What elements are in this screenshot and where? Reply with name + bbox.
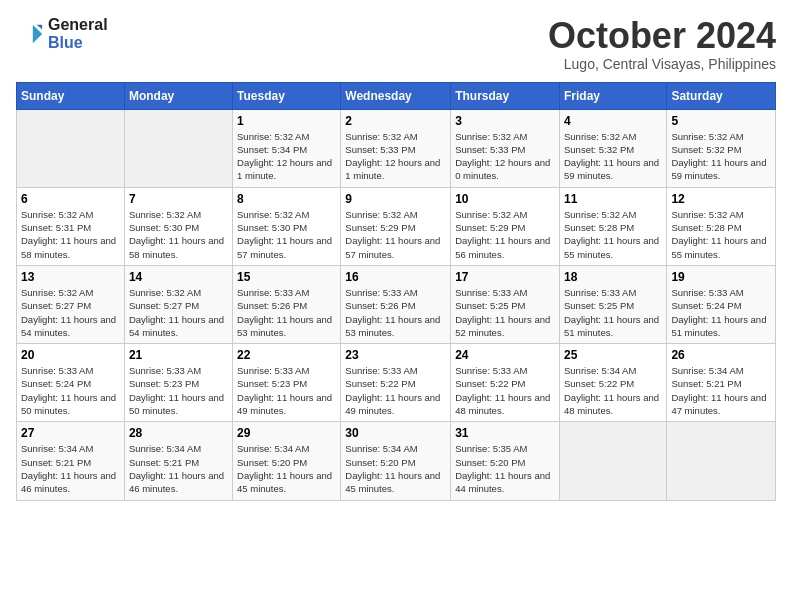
day-info: Sunrise: 5:33 AM Sunset: 5:25 PM Dayligh… — [564, 286, 662, 339]
day-info: Sunrise: 5:32 AM Sunset: 5:27 PM Dayligh… — [21, 286, 120, 339]
day-info: Sunrise: 5:32 AM Sunset: 5:34 PM Dayligh… — [237, 130, 336, 183]
header-cell-monday: Monday — [124, 82, 232, 109]
calendar-cell — [17, 109, 125, 187]
day-number: 18 — [564, 270, 662, 284]
day-info: Sunrise: 5:34 AM Sunset: 5:21 PM Dayligh… — [129, 442, 228, 495]
day-number: 9 — [345, 192, 446, 206]
header-cell-friday: Friday — [559, 82, 666, 109]
calendar-cell: 13Sunrise: 5:32 AM Sunset: 5:27 PM Dayli… — [17, 265, 125, 343]
day-number: 21 — [129, 348, 228, 362]
calendar-week-5: 27Sunrise: 5:34 AM Sunset: 5:21 PM Dayli… — [17, 422, 776, 500]
calendar-cell: 25Sunrise: 5:34 AM Sunset: 5:22 PM Dayli… — [559, 344, 666, 422]
calendar-cell: 18Sunrise: 5:33 AM Sunset: 5:25 PM Dayli… — [559, 265, 666, 343]
day-info: Sunrise: 5:32 AM Sunset: 5:33 PM Dayligh… — [345, 130, 446, 183]
day-number: 14 — [129, 270, 228, 284]
calendar-cell — [667, 422, 776, 500]
header-cell-thursday: Thursday — [451, 82, 560, 109]
calendar-header-row: SundayMondayTuesdayWednesdayThursdayFrid… — [17, 82, 776, 109]
calendar-cell: 22Sunrise: 5:33 AM Sunset: 5:23 PM Dayli… — [233, 344, 341, 422]
day-number: 5 — [671, 114, 771, 128]
calendar-cell: 30Sunrise: 5:34 AM Sunset: 5:20 PM Dayli… — [341, 422, 451, 500]
day-info: Sunrise: 5:34 AM Sunset: 5:21 PM Dayligh… — [21, 442, 120, 495]
day-info: Sunrise: 5:33 AM Sunset: 5:24 PM Dayligh… — [21, 364, 120, 417]
day-number: 26 — [671, 348, 771, 362]
calendar-table: SundayMondayTuesdayWednesdayThursdayFrid… — [16, 82, 776, 501]
title-block: October 2024 Lugo, Central Visayas, Phil… — [548, 16, 776, 72]
logo-text: General Blue — [48, 16, 108, 52]
day-info: Sunrise: 5:32 AM Sunset: 5:28 PM Dayligh… — [564, 208, 662, 261]
day-info: Sunrise: 5:32 AM Sunset: 5:32 PM Dayligh… — [564, 130, 662, 183]
day-info: Sunrise: 5:33 AM Sunset: 5:26 PM Dayligh… — [237, 286, 336, 339]
page-header: General Blue October 2024 Lugo, Central … — [16, 16, 776, 72]
calendar-cell: 24Sunrise: 5:33 AM Sunset: 5:22 PM Dayli… — [451, 344, 560, 422]
day-info: Sunrise: 5:32 AM Sunset: 5:33 PM Dayligh… — [455, 130, 555, 183]
calendar-cell: 27Sunrise: 5:34 AM Sunset: 5:21 PM Dayli… — [17, 422, 125, 500]
calendar-week-2: 6Sunrise: 5:32 AM Sunset: 5:31 PM Daylig… — [17, 187, 776, 265]
day-info: Sunrise: 5:32 AM Sunset: 5:27 PM Dayligh… — [129, 286, 228, 339]
day-number: 10 — [455, 192, 555, 206]
day-info: Sunrise: 5:32 AM Sunset: 5:31 PM Dayligh… — [21, 208, 120, 261]
day-number: 16 — [345, 270, 446, 284]
day-number: 12 — [671, 192, 771, 206]
calendar-cell: 9Sunrise: 5:32 AM Sunset: 5:29 PM Daylig… — [341, 187, 451, 265]
logo: General Blue — [16, 16, 108, 52]
day-info: Sunrise: 5:34 AM Sunset: 5:22 PM Dayligh… — [564, 364, 662, 417]
calendar-cell: 1Sunrise: 5:32 AM Sunset: 5:34 PM Daylig… — [233, 109, 341, 187]
calendar-week-3: 13Sunrise: 5:32 AM Sunset: 5:27 PM Dayli… — [17, 265, 776, 343]
calendar-cell: 31Sunrise: 5:35 AM Sunset: 5:20 PM Dayli… — [451, 422, 560, 500]
day-number: 23 — [345, 348, 446, 362]
calendar-cell: 6Sunrise: 5:32 AM Sunset: 5:31 PM Daylig… — [17, 187, 125, 265]
calendar-cell — [559, 422, 666, 500]
calendar-cell: 17Sunrise: 5:33 AM Sunset: 5:25 PM Dayli… — [451, 265, 560, 343]
day-number: 25 — [564, 348, 662, 362]
day-info: Sunrise: 5:32 AM Sunset: 5:30 PM Dayligh… — [129, 208, 228, 261]
day-info: Sunrise: 5:34 AM Sunset: 5:21 PM Dayligh… — [671, 364, 771, 417]
day-info: Sunrise: 5:34 AM Sunset: 5:20 PM Dayligh… — [237, 442, 336, 495]
calendar-cell: 3Sunrise: 5:32 AM Sunset: 5:33 PM Daylig… — [451, 109, 560, 187]
day-number: 4 — [564, 114, 662, 128]
calendar-cell: 11Sunrise: 5:32 AM Sunset: 5:28 PM Dayli… — [559, 187, 666, 265]
day-number: 19 — [671, 270, 771, 284]
day-number: 13 — [21, 270, 120, 284]
day-number: 3 — [455, 114, 555, 128]
calendar-cell: 4Sunrise: 5:32 AM Sunset: 5:32 PM Daylig… — [559, 109, 666, 187]
calendar-cell: 7Sunrise: 5:32 AM Sunset: 5:30 PM Daylig… — [124, 187, 232, 265]
day-info: Sunrise: 5:32 AM Sunset: 5:32 PM Dayligh… — [671, 130, 771, 183]
calendar-cell: 20Sunrise: 5:33 AM Sunset: 5:24 PM Dayli… — [17, 344, 125, 422]
calendar-body: 1Sunrise: 5:32 AM Sunset: 5:34 PM Daylig… — [17, 109, 776, 500]
calendar-cell: 28Sunrise: 5:34 AM Sunset: 5:21 PM Dayli… — [124, 422, 232, 500]
calendar-cell: 29Sunrise: 5:34 AM Sunset: 5:20 PM Dayli… — [233, 422, 341, 500]
calendar-cell — [124, 109, 232, 187]
day-info: Sunrise: 5:32 AM Sunset: 5:28 PM Dayligh… — [671, 208, 771, 261]
calendar-week-1: 1Sunrise: 5:32 AM Sunset: 5:34 PM Daylig… — [17, 109, 776, 187]
day-number: 7 — [129, 192, 228, 206]
calendar-cell: 19Sunrise: 5:33 AM Sunset: 5:24 PM Dayli… — [667, 265, 776, 343]
day-number: 27 — [21, 426, 120, 440]
calendar-cell: 26Sunrise: 5:34 AM Sunset: 5:21 PM Dayli… — [667, 344, 776, 422]
day-info: Sunrise: 5:32 AM Sunset: 5:29 PM Dayligh… — [455, 208, 555, 261]
calendar-cell: 14Sunrise: 5:32 AM Sunset: 5:27 PM Dayli… — [124, 265, 232, 343]
day-info: Sunrise: 5:33 AM Sunset: 5:22 PM Dayligh… — [345, 364, 446, 417]
calendar-week-4: 20Sunrise: 5:33 AM Sunset: 5:24 PM Dayli… — [17, 344, 776, 422]
month-title: October 2024 — [548, 16, 776, 56]
header-cell-sunday: Sunday — [17, 82, 125, 109]
day-number: 30 — [345, 426, 446, 440]
calendar-cell: 23Sunrise: 5:33 AM Sunset: 5:22 PM Dayli… — [341, 344, 451, 422]
day-number: 2 — [345, 114, 446, 128]
calendar-cell: 10Sunrise: 5:32 AM Sunset: 5:29 PM Dayli… — [451, 187, 560, 265]
day-number: 15 — [237, 270, 336, 284]
day-info: Sunrise: 5:33 AM Sunset: 5:22 PM Dayligh… — [455, 364, 555, 417]
day-info: Sunrise: 5:32 AM Sunset: 5:30 PM Dayligh… — [237, 208, 336, 261]
day-info: Sunrise: 5:35 AM Sunset: 5:20 PM Dayligh… — [455, 442, 555, 495]
calendar-cell: 5Sunrise: 5:32 AM Sunset: 5:32 PM Daylig… — [667, 109, 776, 187]
day-number: 28 — [129, 426, 228, 440]
location: Lugo, Central Visayas, Philippines — [548, 56, 776, 72]
header-cell-saturday: Saturday — [667, 82, 776, 109]
day-info: Sunrise: 5:33 AM Sunset: 5:26 PM Dayligh… — [345, 286, 446, 339]
header-cell-wednesday: Wednesday — [341, 82, 451, 109]
calendar-cell: 15Sunrise: 5:33 AM Sunset: 5:26 PM Dayli… — [233, 265, 341, 343]
day-number: 6 — [21, 192, 120, 206]
day-info: Sunrise: 5:32 AM Sunset: 5:29 PM Dayligh… — [345, 208, 446, 261]
day-number: 11 — [564, 192, 662, 206]
day-number: 22 — [237, 348, 336, 362]
